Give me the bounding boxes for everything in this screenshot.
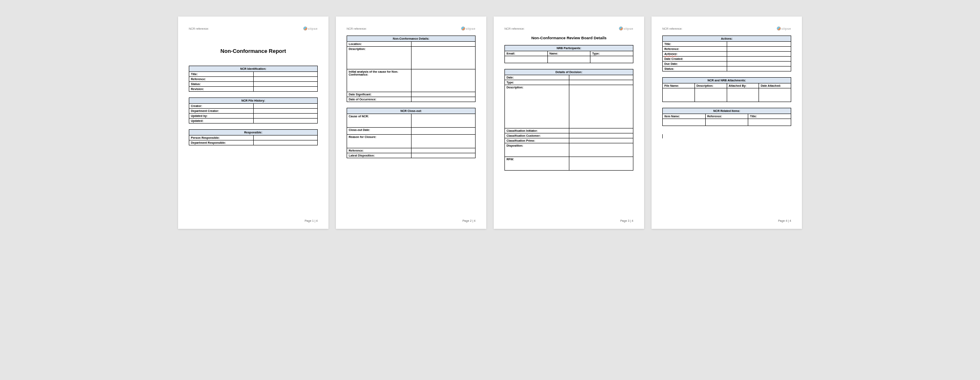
field-label: Due Date:	[663, 62, 727, 66]
table-cell	[505, 56, 548, 63]
field-value	[569, 157, 633, 171]
field-value	[253, 109, 318, 114]
field-label: Initial analysis of the cause for Non-Co…	[347, 69, 412, 92]
logo-icon	[777, 26, 781, 31]
non-conformance-details-table: Non-Conformance Details: Location: Descr…	[347, 36, 476, 102]
field-value	[411, 153, 476, 158]
field-label: Date Created:	[663, 57, 727, 62]
field-label: Reference:	[189, 77, 254, 82]
section-header: Non-Conformance Details:	[347, 36, 476, 42]
logo-text: clipse	[308, 27, 318, 31]
logo-text: clipse	[466, 27, 476, 31]
field-label: Date of Occurrence:	[347, 97, 412, 102]
column-header: Description:	[695, 83, 727, 88]
eclipse-logo: clipse	[619, 26, 633, 31]
page-header: NCR reference: clipse	[347, 26, 476, 31]
column-header: Name:	[547, 51, 590, 56]
field-label: Date Significant:	[347, 92, 412, 97]
table-cell	[590, 56, 633, 63]
field-value	[411, 128, 476, 135]
field-value	[569, 75, 633, 80]
logo-text: clipse	[624, 27, 633, 31]
field-label: Creator:	[189, 104, 254, 109]
logo-icon	[303, 26, 307, 31]
field-value	[411, 97, 476, 102]
table-cell	[663, 88, 695, 102]
ncr-identification-table: NCR Identification: Title: Reference: St…	[189, 66, 318, 92]
field-label: Person Responsible:	[189, 135, 254, 140]
field-label: Latest Disposition:	[347, 153, 412, 158]
column-header: Date Attached:	[759, 83, 791, 88]
field-label: Close-out Date:	[347, 128, 412, 135]
table-cell	[748, 119, 791, 126]
field-value	[727, 62, 791, 66]
page-footer: Page 2 | 4	[462, 219, 476, 222]
field-value	[569, 85, 633, 128]
field-label: Classification Customer:	[505, 133, 569, 138]
logo-text: clipse	[782, 27, 791, 31]
section-header: NCR File History:	[189, 98, 318, 104]
field-label: Type:	[505, 80, 569, 85]
field-label: Reason for Closure:	[347, 135, 412, 148]
section-header: NRB Participants:	[505, 45, 633, 51]
table-cell	[547, 56, 590, 63]
ncr-file-history-table: NCR File History: Creator: Department Cr…	[189, 97, 318, 124]
field-label: Date:	[505, 75, 569, 80]
page-footer: Page 3 | 4	[620, 219, 633, 222]
page-1: NCR reference: clipse Non-Conformance Re…	[178, 17, 328, 229]
field-label: Disposition:	[505, 143, 569, 157]
field-label: Cause of NCR:	[347, 114, 412, 128]
page-title: Non-Conformance Report	[189, 48, 318, 54]
field-label: Classification Prime:	[505, 138, 569, 143]
field-value	[569, 138, 633, 143]
page-2: NCR reference: clipse Non-Conformance De…	[336, 17, 486, 229]
field-value	[727, 66, 791, 71]
page-4: NCR reference: clipse Actions: Title: Re…	[652, 17, 802, 229]
field-value	[253, 82, 318, 87]
section-header: NCR Close-out:	[347, 108, 476, 114]
field-value	[411, 47, 476, 69]
text-cursor-area[interactable]	[662, 134, 791, 138]
field-label: Description:	[505, 85, 569, 128]
field-value	[727, 52, 791, 57]
field-value	[569, 80, 633, 85]
table-cell	[727, 88, 759, 102]
page-header: NCR reference: clipse	[504, 26, 633, 31]
table-cell	[759, 88, 791, 102]
field-value	[727, 57, 791, 62]
field-value	[253, 119, 318, 124]
column-header: Email:	[505, 51, 548, 56]
logo-icon	[461, 26, 465, 31]
field-value	[727, 47, 791, 52]
field-value	[411, 114, 476, 128]
eclipse-logo: clipse	[461, 26, 476, 31]
field-label: Classification Initiator:	[505, 128, 569, 133]
field-value	[411, 69, 476, 92]
field-label: Location:	[347, 42, 412, 47]
nrb-participants-table: NRB Participants: Email: Name: Type:	[504, 45, 633, 63]
field-value	[411, 148, 476, 153]
field-value	[253, 87, 318, 92]
page-3: NCR reference: clipse Non-Conformance Re…	[494, 17, 644, 229]
field-label: Reference:	[347, 148, 412, 153]
logo-icon	[619, 26, 623, 31]
field-label: RFW:	[505, 157, 569, 171]
field-label: Status:	[189, 82, 254, 87]
field-label: Title:	[663, 42, 727, 47]
field-value	[253, 140, 318, 145]
page-subtitle: Non-Conformance Review Board Details	[504, 36, 633, 40]
eclipse-logo: clipse	[777, 26, 791, 31]
column-header: File Name:	[663, 83, 695, 88]
field-value	[411, 42, 476, 47]
field-value	[253, 72, 318, 77]
field-value	[569, 143, 633, 157]
field-label: Revision:	[189, 87, 254, 92]
field-value	[727, 42, 791, 47]
section-header: Details of Decision:	[505, 69, 633, 75]
ncr-reference-label: NCR reference:	[662, 27, 683, 30]
page-header: NCR reference: clipse	[662, 26, 791, 31]
ncr-reference-label: NCR reference:	[347, 27, 367, 30]
field-label: Title:	[189, 72, 254, 77]
section-header: Actions:	[663, 36, 791, 42]
table-cell	[705, 119, 748, 126]
